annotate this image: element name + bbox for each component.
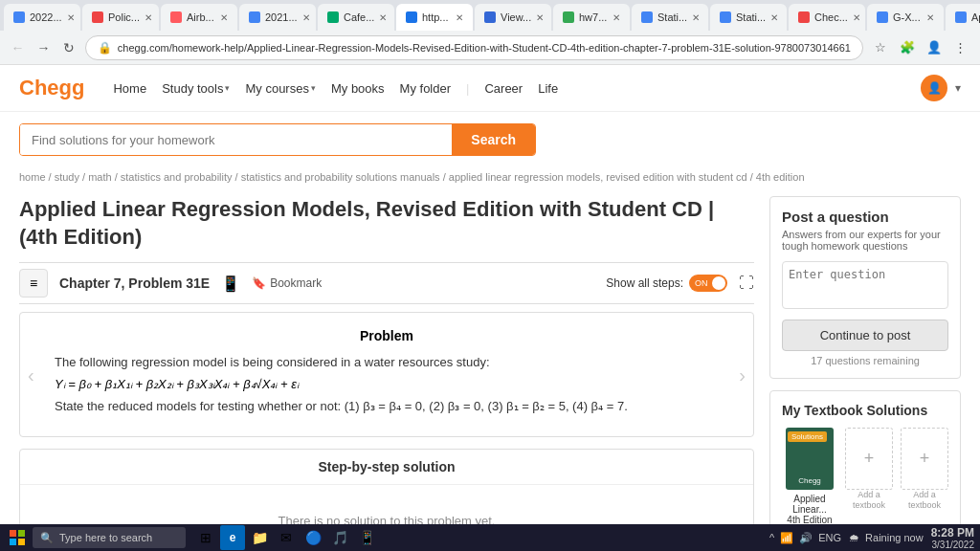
tab-favicon xyxy=(720,11,731,23)
toggle-switch[interactable]: ON xyxy=(689,275,727,292)
add-textbook-button-2[interactable]: + xyxy=(901,428,948,490)
search-input[interactable] xyxy=(20,124,452,155)
taskbar-mail-icon[interactable]: ✉ xyxy=(274,525,299,550)
tab-9[interactable]: Stati... ✕ xyxy=(632,4,708,31)
tab-close-icon[interactable]: ✕ xyxy=(536,12,544,23)
forward-button[interactable]: → xyxy=(33,36,54,59)
tab-close-icon[interactable]: ✕ xyxy=(145,12,152,23)
add-textbook-button-1[interactable]: + xyxy=(845,428,893,490)
svg-rect-3 xyxy=(18,539,25,545)
tab-favicon xyxy=(484,11,496,23)
tab-10[interactable]: Stati... ✕ xyxy=(710,4,787,31)
problem-prev-button[interactable]: ‹ xyxy=(28,364,34,386)
tab-6-active[interactable]: http... ✕ xyxy=(396,4,473,31)
taskbar-explorer-icon[interactable]: 📁 xyxy=(247,525,272,550)
tab-close-icon[interactable]: ✕ xyxy=(853,12,860,23)
problem-box: Problem ‹ › The following regression mod… xyxy=(19,312,754,437)
post-question-subtitle: Answers from our experts for your tough … xyxy=(782,229,948,252)
back-button[interactable]: ← xyxy=(8,36,28,59)
left-panel: Applied Linear Regression Models, Revise… xyxy=(19,196,754,524)
settings-icon[interactable]: ⋮ xyxy=(949,36,972,59)
start-button[interactable] xyxy=(6,526,29,549)
problem-next-button[interactable]: › xyxy=(739,364,746,386)
tab-close-icon[interactable]: ✕ xyxy=(926,12,934,23)
taskbar-browser-icon[interactable]: e xyxy=(220,525,245,550)
tab-favicon xyxy=(13,11,25,23)
tab-5[interactable]: Cafe... ✕ xyxy=(318,4,394,31)
nav-career[interactable]: Career xyxy=(484,81,523,96)
search-button[interactable]: Search xyxy=(452,124,535,155)
nav-study-tools[interactable]: Study tools ▾ xyxy=(162,81,230,96)
svg-rect-1 xyxy=(18,530,25,537)
tab-close-icon[interactable]: ✕ xyxy=(612,12,620,23)
bookmark-label: Bookmark xyxy=(270,276,322,290)
nav-my-courses[interactable]: My courses ▾ xyxy=(245,81,315,96)
network-icon[interactable]: 📶 xyxy=(780,532,793,544)
user-avatar[interactable]: 👤 xyxy=(921,75,947,101)
tab-13[interactable]: App... ✕ xyxy=(946,4,980,31)
tab-close-icon[interactable]: ✕ xyxy=(456,12,463,23)
tab-close-icon[interactable]: ✕ xyxy=(302,12,310,23)
tab-close-icon[interactable]: ✕ xyxy=(220,12,228,23)
phone-icon[interactable]: 📱 xyxy=(221,275,240,293)
chegg-logo: Chegg xyxy=(19,76,84,100)
tab-label: hw7... xyxy=(579,11,607,23)
right-panel: Post a question Answers from our experts… xyxy=(769,196,961,524)
study-tools-arrow: ▾ xyxy=(225,83,230,93)
tab-7[interactable]: View... ✕ xyxy=(475,4,551,31)
tab-favicon xyxy=(563,11,574,23)
problem-formula: Yᵢ = β₀ + β₁X₁ᵢ + β₂X₂ᵢ + β₃X₃ᵢX₄ᵢ + β₄√… xyxy=(55,377,719,391)
taskbar-search-box[interactable]: 🔍 Type here to search xyxy=(33,527,186,548)
bookmark-button[interactable]: 🔖 Bookmark xyxy=(252,276,322,290)
caret-icon[interactable]: ^ xyxy=(769,532,774,543)
expand-button[interactable]: ⛶ xyxy=(739,275,754,292)
tab-label: 2021... xyxy=(265,11,298,23)
tab-close-icon[interactable]: ✕ xyxy=(67,12,75,23)
solution-header: Step-by-step solution xyxy=(20,450,753,485)
taskbar-widgets-icon[interactable]: ⊞ xyxy=(193,525,218,550)
textbook-solutions-box: My Textbook Solutions Solutions Chegg Ap… xyxy=(769,390,961,524)
bookmark-star-icon[interactable]: ☆ xyxy=(869,36,892,59)
continue-to-post-button[interactable]: Continue to post xyxy=(782,320,948,351)
tab-8[interactable]: hw7... ✕ xyxy=(553,4,630,31)
tab-2[interactable]: Polic... ✕ xyxy=(82,4,159,31)
textbook-solutions-title: My Textbook Solutions xyxy=(782,403,948,418)
taskbar-app-icon[interactable]: 📱 xyxy=(354,525,379,550)
add-textbook-1[interactable]: + Add a textbook xyxy=(845,428,893,511)
question-textarea[interactable] xyxy=(782,261,948,309)
tab-close-icon[interactable]: ✕ xyxy=(770,12,778,23)
language-indicator: ENG xyxy=(818,532,841,543)
tab-close-icon[interactable]: ✕ xyxy=(692,12,700,23)
add-textbook-2[interactable]: + Add a textbook xyxy=(901,428,948,511)
tab-12[interactable]: G-X... ✕ xyxy=(867,4,944,31)
tab-4[interactable]: 2021... ✕ xyxy=(239,4,316,31)
nav-home[interactable]: Home xyxy=(113,81,146,96)
tab-3[interactable]: Airb... ✕ xyxy=(161,4,237,31)
nav-my-books[interactable]: My books xyxy=(331,81,385,96)
taskbar-chrome-icon[interactable]: 🔵 xyxy=(301,525,325,550)
extension-icon[interactable]: 🧩 xyxy=(896,36,919,59)
toggle-on-label: ON xyxy=(695,278,708,288)
tab-close-icon[interactable]: ✕ xyxy=(379,12,387,23)
user-menu-arrow[interactable]: ▾ xyxy=(955,81,961,95)
problem-section-title: Problem xyxy=(35,328,738,343)
solutions-badge: Solutions xyxy=(788,431,827,442)
taskbar-music-icon[interactable]: 🎵 xyxy=(327,525,352,550)
volume-icon[interactable]: 🔊 xyxy=(799,532,813,544)
nav-life[interactable]: Life xyxy=(538,81,558,96)
nav-right: 👤 ▾ xyxy=(921,75,961,101)
address-bar[interactable]: 🔒 chegg.com/homework-help/Applied-Linear… xyxy=(85,35,863,60)
taskbar-clock[interactable]: 8:28 PM 3/31/2022 xyxy=(931,526,974,550)
profile-icon[interactable]: 👤 xyxy=(923,36,946,59)
clock-time: 8:28 PM xyxy=(931,526,974,540)
nav-my-folder[interactable]: My folder xyxy=(400,81,451,96)
tab-label: App... xyxy=(971,11,980,23)
list-view-button[interactable]: ≡ xyxy=(19,269,48,298)
reload-button[interactable]: ↻ xyxy=(59,36,79,59)
plus-icon-2: + xyxy=(920,449,930,469)
taskbar: 🔍 Type here to search ⊞ e 📁 ✉ 🔵 🎵 📱 ^ 📶 … xyxy=(0,524,980,551)
tab-1[interactable]: 2022... ✕ xyxy=(4,4,80,31)
browser-tabs: 2022... ✕ Polic... ✕ Airb... ✕ 2021... ✕… xyxy=(0,0,980,31)
tab-11[interactable]: Chec... ✕ xyxy=(789,4,865,31)
book-title: Applied Linear Regression Models, Revise… xyxy=(19,196,754,251)
